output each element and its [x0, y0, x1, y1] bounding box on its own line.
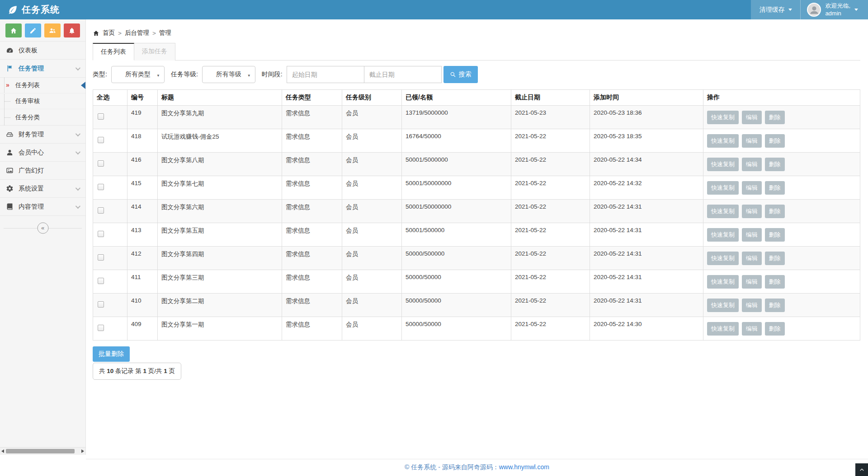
- row-title: 图文分享第三期: [158, 270, 282, 294]
- delete-button[interactable]: 删除: [765, 299, 785, 312]
- row-added: 2020-05-22 14:31: [590, 294, 703, 317]
- row-checkbox[interactable]: [98, 207, 104, 214]
- sidebar-item-system-settings[interactable]: 系统设置: [0, 180, 85, 198]
- sidebar-item-task-review[interactable]: 任务审核: [0, 93, 85, 109]
- row-checkbox[interactable]: [98, 254, 104, 261]
- row-deadline: 2021-05-22: [511, 153, 590, 176]
- row-select-cell: [93, 223, 127, 247]
- row-checkbox[interactable]: [98, 278, 104, 284]
- edit-button[interactable]: 编辑: [742, 252, 762, 265]
- bell-icon[interactable]: [64, 23, 80, 37]
- row-checkbox[interactable]: [98, 137, 104, 143]
- delete-button[interactable]: 删除: [765, 252, 785, 265]
- sidebar-item-ad-slides[interactable]: 广告幻灯: [0, 162, 85, 180]
- row-title: 试玩游戏赚钱-佣金25: [158, 129, 282, 153]
- quick-copy-button[interactable]: 快速复制: [707, 111, 739, 124]
- welcome-text: 欢迎光临, admin: [825, 2, 850, 18]
- breadcrumb-section[interactable]: 后台管理: [125, 29, 149, 37]
- row-id: 418: [127, 129, 158, 153]
- edit-button[interactable]: 编辑: [742, 181, 762, 195]
- footer-link[interactable]: www.hnymwl.com: [499, 463, 549, 471]
- delete-button[interactable]: 删除: [765, 111, 785, 124]
- level-select[interactable]: 所有等级: [202, 66, 255, 83]
- row-checkbox[interactable]: [98, 231, 104, 237]
- quick-copy-button[interactable]: 快速复制: [707, 252, 739, 265]
- users-icon[interactable]: [44, 23, 61, 37]
- sidebar-item-dashboard[interactable]: 仪表板: [0, 42, 85, 60]
- row-quota: 16764/50000: [402, 129, 511, 153]
- tab-task-list[interactable]: 任务列表: [93, 43, 134, 61]
- edit-button[interactable]: 编辑: [742, 158, 762, 171]
- delete-button[interactable]: 删除: [765, 205, 785, 218]
- row-select-cell: [93, 176, 127, 200]
- row-level: 会员: [342, 106, 402, 129]
- row-checkbox[interactable]: [98, 301, 104, 308]
- row-actions-cell: 快速复制 编辑 删除: [703, 153, 860, 176]
- start-date-input[interactable]: [287, 66, 364, 83]
- search-button[interactable]: 搜索: [443, 66, 478, 83]
- edit-button[interactable]: 编辑: [742, 228, 762, 242]
- row-id: 419: [127, 106, 158, 129]
- edit-button[interactable]: 编辑: [742, 275, 762, 289]
- clear-cache-button[interactable]: 清理缓存: [751, 0, 800, 19]
- scroll-left-arrow-icon[interactable]: [1, 449, 4, 453]
- caret-down-icon: [854, 9, 858, 11]
- row-type: 需求信息: [282, 129, 342, 153]
- row-type: 需求信息: [282, 317, 342, 341]
- edit-button[interactable]: 编辑: [742, 322, 762, 336]
- quick-copy-button[interactable]: 快速复制: [707, 299, 739, 312]
- scroll-right-arrow-icon[interactable]: [81, 449, 84, 453]
- pencil-icon[interactable]: [25, 23, 41, 37]
- sidebar-item-task-category[interactable]: 任务分类: [0, 109, 85, 125]
- sidebar-collapse-button[interactable]: [37, 223, 48, 234]
- tab-add-task[interactable]: 添加任务: [134, 43, 175, 61]
- breadcrumb-home[interactable]: 首页: [103, 29, 115, 37]
- quick-copy-button[interactable]: 快速复制: [707, 134, 739, 148]
- row-checkbox[interactable]: [98, 113, 104, 120]
- quick-copy-button[interactable]: 快速复制: [707, 322, 739, 336]
- quick-copy-button[interactable]: 快速复制: [707, 228, 739, 242]
- row-checkbox[interactable]: [98, 184, 104, 190]
- type-select[interactable]: 所有类型: [111, 66, 165, 83]
- quick-copy-button[interactable]: 快速复制: [707, 205, 739, 218]
- flag-icon: [6, 65, 14, 73]
- edit-button[interactable]: 编辑: [742, 134, 762, 148]
- sidebar-item-member-center[interactable]: 会员中心: [0, 144, 85, 162]
- delete-button[interactable]: 删除: [765, 158, 785, 171]
- quick-copy-button[interactable]: 快速复制: [707, 158, 739, 171]
- back-to-top-button[interactable]: [855, 463, 868, 476]
- edit-button[interactable]: 编辑: [742, 299, 762, 312]
- delete-button[interactable]: 删除: [765, 228, 785, 242]
- delete-button[interactable]: 删除: [765, 275, 785, 289]
- chevron-up-icon: [859, 467, 865, 473]
- row-quota: 13719/5000000: [402, 106, 511, 129]
- row-level: 会员: [342, 153, 402, 176]
- row-checkbox[interactable]: [98, 325, 104, 331]
- row-select-cell: [93, 317, 127, 341]
- image-icon: [6, 167, 14, 175]
- end-date-input[interactable]: [364, 66, 442, 83]
- table-row: 416 图文分享第八期 需求信息 会员 50001/5000000 2021-0…: [93, 153, 860, 176]
- quick-copy-button[interactable]: 快速复制: [707, 181, 739, 195]
- table-row: 412 图文分享第四期 需求信息 会员 50000/500000 2021-05…: [93, 247, 860, 270]
- sidebar-item-task-list[interactable]: 任务列表: [0, 78, 85, 93]
- sidebar-item-content-management[interactable]: 内容管理: [0, 198, 85, 216]
- horizontal-scrollbar[interactable]: [0, 447, 85, 455]
- row-checkbox[interactable]: [98, 160, 104, 167]
- edit-button[interactable]: 编辑: [742, 111, 762, 124]
- edit-button[interactable]: 编辑: [742, 205, 762, 218]
- batch-delete-button[interactable]: 批量删除: [93, 346, 130, 362]
- row-id: 409: [127, 317, 158, 341]
- quick-copy-button[interactable]: 快速复制: [707, 275, 739, 289]
- scrollbar-thumb[interactable]: [6, 449, 75, 453]
- user-menu[interactable]: 欢迎光临, admin: [801, 0, 868, 19]
- sidebar-item-finance[interactable]: 财务管理: [0, 126, 85, 144]
- row-quota: 50000/50000: [402, 294, 511, 317]
- delete-button[interactable]: 删除: [765, 322, 785, 336]
- delete-button[interactable]: 删除: [765, 181, 785, 195]
- sidebar-item-task-management[interactable]: 任务管理: [0, 60, 85, 78]
- home-icon[interactable]: [5, 23, 22, 37]
- row-added: 2020-05-22 14:31: [590, 247, 703, 270]
- gauge-icon: [6, 47, 14, 55]
- delete-button[interactable]: 删除: [765, 134, 785, 148]
